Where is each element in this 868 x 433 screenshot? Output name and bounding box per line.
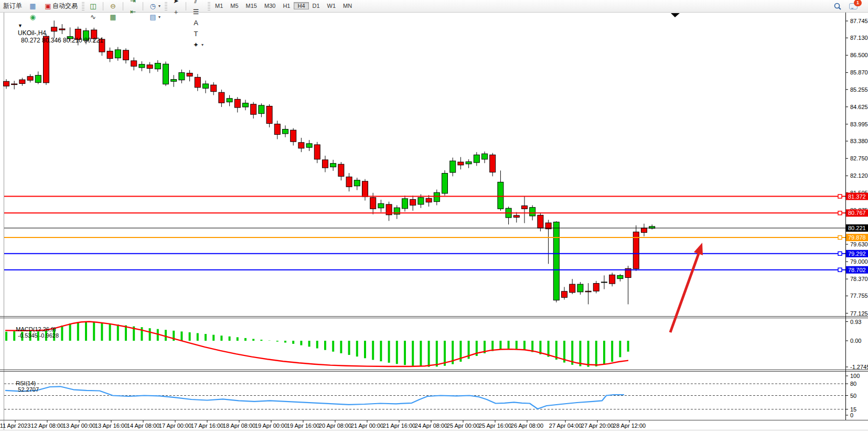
timeframe-button-mn[interactable]: MN (339, 2, 356, 9)
time-tick-label[interactable]: 26 Apr 08:00 (511, 423, 543, 429)
candle-body (370, 198, 376, 209)
chart-shift-button[interactable]: ⇤ (126, 6, 140, 17)
zoom-out-icon: ⊖ (109, 2, 117, 10)
channel-button[interactable]: ⫽ (189, 0, 206, 6)
time-tick-label[interactable]: 21 Apr 16:00 (383, 423, 415, 429)
rsi-value: 52.2707 (18, 386, 39, 393)
period-button[interactable]: ◷▾ (146, 1, 163, 12)
rsi-tick-label: 100 (850, 373, 860, 379)
candle-body (410, 199, 416, 205)
text-button[interactable]: A (189, 17, 206, 28)
macd-name: MACD(12,26,9) (16, 326, 56, 332)
shapes-icon: ✦ (191, 40, 200, 49)
shapes-button[interactable]: ✦▾ (189, 39, 206, 50)
timeframe-button-m30[interactable]: M30 (261, 2, 279, 9)
candle-body (434, 192, 440, 201)
candle-body (617, 275, 623, 278)
time-tick-label[interactable]: 12 Apr 08:00 (31, 423, 63, 429)
time-tick-label[interactable]: 13 Apr 00:00 (63, 423, 95, 429)
price-tick-label: 78.370 (850, 276, 868, 282)
hline-handle[interactable] (838, 211, 842, 215)
time-tick-label[interactable]: 19 Apr 00:00 (255, 423, 287, 429)
timeframe-button-m5[interactable]: M5 (227, 2, 242, 9)
toolbar-grip (208, 2, 210, 10)
price-tick-label: 85.870 (850, 69, 868, 75)
chevron-down-icon[interactable]: ▾ (158, 15, 160, 19)
new-order-button[interactable]: 新订单 (1, 1, 25, 12)
price-badge-label: 78.702 (848, 267, 866, 273)
navigator-icon: ◉ (28, 13, 37, 21)
time-tick-label[interactable]: 21 Apr 00:00 (351, 423, 383, 429)
chart-area[interactable]: 87.74587.13086.50085.87085.25584.62583.9… (0, 0, 868, 433)
chevron-down-icon[interactable]: ▾ (158, 4, 160, 8)
timeframe-button-m15[interactable]: M15 (242, 2, 261, 9)
timeframe-button-m1[interactable]: M1 (211, 2, 227, 9)
candle-body (490, 155, 496, 172)
time-tick-label[interactable]: 11 Apr 2023 (0, 423, 30, 429)
candle-body (585, 291, 591, 292)
macd-tick-label: 0.00 (850, 338, 861, 344)
macd-tick-label: 0.93 (850, 319, 861, 325)
candle-body (450, 161, 456, 172)
candle-body (251, 104, 256, 114)
search-button[interactable] (831, 1, 844, 12)
main-toolbar: 新订单 ◆▦◉ ▣ 自动交易 ▥◫∿ ⊕⊖▦ ⇥⇤ ＋▾◷▾▤▾ ➤＋ ｜—╱⫽… (0, 0, 868, 13)
hline-handle[interactable] (838, 194, 842, 198)
cursor-button[interactable]: ➤ (169, 0, 183, 6)
chat-button[interactable]: 1 (845, 1, 862, 12)
timeframe-button-h4[interactable]: H4 (294, 2, 308, 9)
time-tick-label[interactable]: 25 Apr 16:00 (479, 423, 511, 429)
auto-scroll-button[interactable]: ⇥ (126, 0, 140, 6)
crosshair-button[interactable]: ＋ (169, 6, 183, 17)
hline-handle[interactable] (838, 268, 842, 272)
template-icon: ▤ (148, 13, 157, 21)
search-icon (833, 2, 842, 10)
time-tick-label[interactable]: 25 Apr 00:00 (447, 423, 479, 429)
hline-handle[interactable] (838, 236, 842, 240)
chevron-down-icon[interactable]: ▾ (201, 42, 203, 47)
candle-body (482, 154, 488, 159)
price-tick-label: 77.125 (850, 310, 868, 317)
time-tick-label[interactable]: 18 Apr 08:00 (223, 423, 255, 429)
candle-body (458, 162, 464, 165)
notification-badge: 1 (854, 0, 862, 6)
crosshair-icon: ＋ (172, 7, 180, 16)
time-tick-label[interactable]: 17 Apr 00:00 (159, 423, 191, 429)
time-tick-label[interactable]: 19 Apr 16:00 (287, 423, 319, 429)
candle-body (35, 75, 41, 83)
collapse-icon[interactable]: ▼ (18, 23, 23, 28)
timeframe-button-h1[interactable]: H1 (279, 2, 294, 9)
text-icon: A (191, 18, 200, 27)
candle-body (155, 63, 160, 69)
candle-body (323, 160, 328, 168)
template-button[interactable]: ▤▾ (146, 12, 163, 23)
macd-values: -0.5345 -0.9628 (18, 332, 59, 339)
time-tick-label[interactable]: 24 Apr 08:00 (415, 423, 447, 429)
price-tick-label: 79.000 (850, 258, 868, 265)
time-tick-label[interactable]: 28 Apr 12:00 (613, 423, 646, 429)
candlestick-chart-button[interactable]: ◫ (86, 1, 100, 12)
fibonacci-button[interactable]: ☰ (189, 6, 206, 17)
time-tick-label[interactable]: 13 Apr 16:00 (95, 423, 127, 429)
candle-body (314, 145, 320, 159)
label-button[interactable]: T (189, 28, 206, 39)
time-tick-label[interactable]: 17 Apr 16:00 (191, 423, 223, 429)
hline-handle[interactable] (838, 252, 842, 255)
price-tick-label: 87.745 (850, 18, 868, 24)
time-tick-label[interactable]: 20 Apr 08:00 (319, 423, 351, 429)
chart-canvas[interactable]: 87.74587.13086.50085.87085.25584.62583.9… (0, 0, 868, 433)
timeframe-button-d1[interactable]: D1 (309, 2, 324, 9)
toolbar-grip (165, 2, 167, 10)
time-tick-label[interactable]: 14 Apr 08:00 (127, 423, 159, 429)
navigator-button[interactable]: ◉ (26, 12, 40, 23)
zoom-out-button[interactable]: ⊖ (106, 1, 120, 12)
time-tick-label[interactable]: 27 Apr 04:00 (549, 423, 582, 429)
line-chart-button[interactable]: ∿ (86, 12, 100, 23)
tile-windows-button[interactable]: ▦ (106, 12, 120, 23)
time-tick-label[interactable]: 27 Apr 20:00 (581, 423, 614, 429)
candle-body (306, 144, 312, 147)
autotrade-button[interactable]: ▣ 自动交易 (41, 1, 80, 12)
price-tick-label: 83.995 (850, 121, 868, 127)
data-window-button[interactable]: ▦ (26, 1, 40, 12)
timeframe-button-w1[interactable]: W1 (324, 2, 340, 9)
